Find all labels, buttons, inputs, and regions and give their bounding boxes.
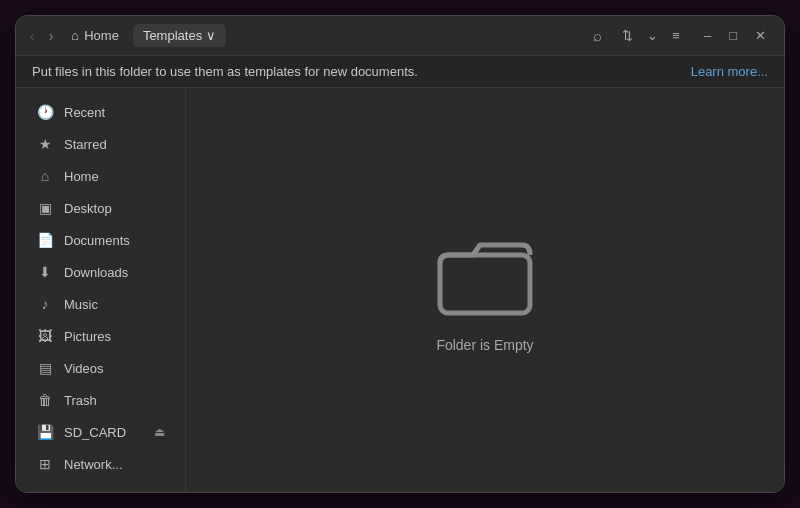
sidebar-item-downloads[interactable]: ⬇ Downloads: [22, 257, 179, 287]
home-icon: ⌂: [71, 28, 79, 43]
back-button[interactable]: ‹: [26, 26, 39, 46]
sidebar-label-downloads: Downloads: [64, 265, 128, 280]
sidebar-item-recent[interactable]: 🕐 Recent: [22, 97, 179, 127]
menu-button[interactable]: ≡: [666, 24, 686, 47]
sidebar-label-home: Home: [64, 169, 99, 184]
sidebar-label-music: Music: [64, 297, 98, 312]
minimize-button[interactable]: –: [696, 24, 719, 47]
empty-folder-icon: [435, 227, 535, 321]
sidebar-label-sd-card: SD_CARD: [64, 425, 126, 440]
sidebar-label-trash: Trash: [64, 393, 97, 408]
svg-rect-0: [440, 255, 530, 313]
empty-folder-label: Folder is Empty: [436, 337, 533, 353]
titlebar: ‹ › ⌂ Home Templates ∨ ⌕ ⇅ ⌄ ≡ – □ ✕: [16, 16, 784, 56]
sidebar-label-starred: Starred: [64, 137, 107, 152]
sidebar-item-trash[interactable]: 🗑 Trash: [22, 385, 179, 415]
close-button[interactable]: ✕: [747, 24, 774, 47]
file-manager-window: ‹ › ⌂ Home Templates ∨ ⌕ ⇅ ⌄ ≡ – □ ✕ Put…: [15, 15, 785, 493]
music-icon: ♪: [36, 296, 54, 312]
home-nav-icon: ⌂: [36, 168, 54, 184]
sidebar-item-sd-card[interactable]: 💾 SD_CARD ⏏: [22, 417, 179, 447]
pictures-icon: 🖼: [36, 328, 54, 344]
sidebar-item-pictures[interactable]: 🖼 Pictures: [22, 321, 179, 351]
trash-icon: 🗑: [36, 392, 54, 408]
forward-button[interactable]: ›: [45, 26, 58, 46]
breadcrumb-templates[interactable]: Templates ∨: [133, 24, 226, 47]
search-button[interactable]: ⌕: [585, 23, 610, 48]
main-area: 🕐 Recent ★ Starred ⌂ Home ▣ Desktop 📄 Do…: [16, 88, 784, 492]
documents-icon: 📄: [36, 232, 54, 248]
starred-icon: ★: [36, 136, 54, 152]
maximize-button[interactable]: □: [721, 24, 745, 47]
info-bar: Put files in this folder to use them as …: [16, 56, 784, 88]
network-icon: ⊞: [36, 456, 54, 472]
desktop-icon: ▣: [36, 200, 54, 216]
home-button[interactable]: ⌂ Home: [63, 24, 127, 47]
videos-icon: ▤: [36, 360, 54, 376]
sidebar-item-network[interactable]: ⊞ Network...: [22, 449, 179, 479]
sidebar-item-home[interactable]: ⌂ Home: [22, 161, 179, 191]
recent-icon: 🕐: [36, 104, 54, 120]
sidebar-item-starred[interactable]: ★ Starred: [22, 129, 179, 159]
info-message: Put files in this folder to use them as …: [32, 64, 418, 79]
sidebar-label-pictures: Pictures: [64, 329, 111, 344]
sidebar-item-documents[interactable]: 📄 Documents: [22, 225, 179, 255]
sidebar-item-videos[interactable]: ▤ Videos: [22, 353, 179, 383]
downloads-icon: ⬇: [36, 264, 54, 280]
sidebar-label-network: Network...: [64, 457, 123, 472]
view-toggle-button[interactable]: ⌄: [641, 24, 664, 47]
sidebar-label-videos: Videos: [64, 361, 104, 376]
sd-card-icon: 💾: [36, 424, 54, 440]
breadcrumb-label: Templates: [143, 28, 202, 43]
content-area: Folder is Empty: [186, 88, 784, 492]
sidebar: 🕐 Recent ★ Starred ⌂ Home ▣ Desktop 📄 Do…: [16, 88, 186, 492]
sidebar-item-music[interactable]: ♪ Music: [22, 289, 179, 319]
eject-icon[interactable]: ⏏: [154, 425, 165, 439]
sort-icon-button[interactable]: ⇅: [616, 24, 639, 47]
learn-more-link[interactable]: Learn more...: [691, 64, 768, 79]
sidebar-label-documents: Documents: [64, 233, 130, 248]
home-label: Home: [84, 28, 119, 43]
sidebar-label-recent: Recent: [64, 105, 105, 120]
sidebar-item-desktop[interactable]: ▣ Desktop: [22, 193, 179, 223]
chevron-down-icon: ∨: [206, 28, 216, 43]
view-controls: ⇅ ⌄ ≡: [616, 24, 686, 47]
window-controls: – □ ✕: [696, 24, 774, 47]
sidebar-label-desktop: Desktop: [64, 201, 112, 216]
